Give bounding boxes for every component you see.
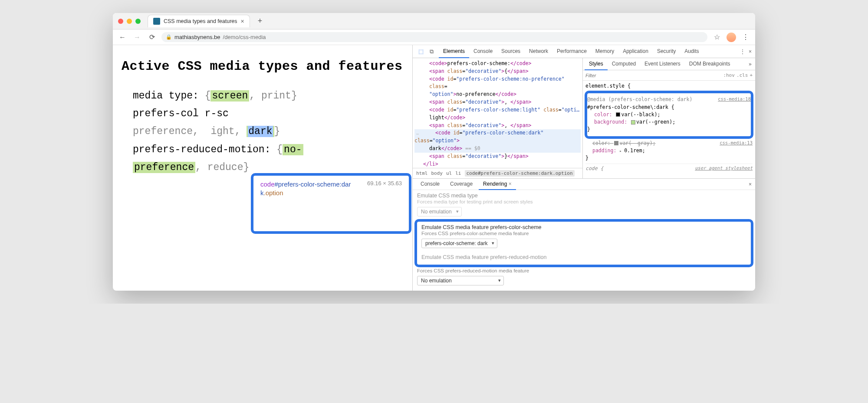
property: color:: [592, 140, 613, 146]
tab-audits[interactable]: Audits: [680, 45, 703, 58]
forward-button[interactable]: →: [132, 33, 142, 41]
item-label: media type:: [133, 90, 205, 102]
tab-close-icon[interactable]: ×: [241, 18, 244, 25]
cls-toggle[interactable]: .cls: [736, 72, 748, 78]
profile-avatar[interactable]: [727, 33, 736, 42]
close-window-button[interactable]: [118, 19, 123, 24]
styles-filter-input[interactable]: [585, 73, 721, 78]
minimize-window-button[interactable]: [127, 19, 132, 24]
css-rule[interactable]: user agent stylesheet code {: [585, 164, 753, 172]
inactive-value: reduce: [207, 162, 243, 173]
breadcrumb-item[interactable]: html: [416, 170, 428, 176]
active-value: no-: [283, 144, 303, 155]
color-swatch-icon[interactable]: [614, 141, 618, 145]
property: background:: [594, 119, 630, 125]
tab-security[interactable]: Security: [653, 45, 680, 58]
tab-console[interactable]: Console: [469, 45, 497, 58]
value: 0.1rem;: [624, 147, 645, 154]
selected-text: dark: [248, 126, 273, 137]
highlighted-emulation-section: Emulate CSS media feature prefers-color-…: [414, 219, 753, 267]
source-link[interactable]: css-media:18: [718, 96, 751, 103]
tab-event-listeners[interactable]: Event Listeners: [640, 58, 685, 70]
styles-panel: Styles Computed Event Listeners DOM Brea…: [583, 58, 755, 178]
color-swatch-icon[interactable]: [616, 112, 620, 117]
drawer-close-icon[interactable]: ×: [749, 181, 752, 187]
dom-tree[interactable]: <code>prefers-color-scheme:</code> <span…: [413, 58, 582, 168]
styles-more-icon[interactable]: »: [749, 61, 753, 67]
url-input[interactable]: 🔒 mathiasbynens.be/demo/css-media: [161, 32, 707, 42]
url-path: /demo/css-media: [223, 34, 266, 40]
breadcrumb-item[interactable]: li: [455, 170, 461, 176]
devtools-menu-icon[interactable]: ⋮: [740, 49, 745, 55]
browser-tab[interactable]: CSS media types and features ×: [148, 15, 250, 27]
tab-network[interactable]: Network: [525, 45, 552, 58]
brace: }: [291, 90, 297, 102]
element-style-rule[interactable]: element.style {: [585, 82, 753, 90]
drawer-tab-console[interactable]: Console: [416, 179, 444, 190]
brace: }: [243, 162, 249, 173]
drawer-tab-rendering[interactable]: Rendering ×: [479, 179, 516, 190]
section-title: Emulate CSS media feature prefers-color-…: [421, 224, 746, 230]
tab-performance[interactable]: Performance: [552, 45, 591, 58]
tab-styles[interactable]: Styles: [585, 58, 608, 70]
main-area: Active CSS media types and features medi…: [113, 45, 755, 291]
breadcrumb-item[interactable]: ul: [446, 170, 452, 176]
emulate-media-type-section: Emulate CSS media type Forces media type…: [417, 193, 751, 216]
browser-menu-button[interactable]: ⋮: [740, 33, 751, 41]
drawer-tab-coverage[interactable]: Coverage: [446, 179, 477, 190]
color-scheme-select[interactable]: prefers-color-scheme: dark: [421, 239, 497, 248]
maximize-window-button[interactable]: [135, 19, 141, 24]
devtools-close-icon[interactable]: ×: [749, 49, 752, 55]
list-item: prefers-color-sc preference, light, dark…: [133, 105, 404, 141]
breadcrumb-item-selected[interactable]: code#prefers-color-scheme:dark.option: [465, 170, 575, 177]
separator: ,: [249, 90, 261, 102]
lock-icon: 🔒: [166, 34, 172, 40]
back-button[interactable]: ←: [117, 33, 128, 41]
feature-list: media type: {screen, print} prefers-colo…: [122, 87, 404, 177]
section-title: Emulate CSS media feature prefers-reduce…: [421, 254, 746, 260]
inactive-value: ight,: [210, 126, 247, 137]
reload-button[interactable]: ⟳: [147, 33, 157, 41]
color-swatch-icon[interactable]: [631, 120, 635, 125]
inactive-value: preference,: [133, 126, 205, 137]
device-toolbar-icon[interactable]: ⧉: [427, 48, 436, 55]
tab-dom-breakpoints[interactable]: DOM Breakpoints: [685, 58, 735, 70]
tab-sources[interactable]: Sources: [497, 45, 525, 58]
tab-elements[interactable]: Elements: [439, 45, 469, 58]
media-type-select[interactable]: No emulation: [417, 207, 462, 216]
source-link: user agent stylesheet: [695, 165, 753, 172]
section-subtitle: Forces CSS prefers-color-scheme media fe…: [421, 231, 746, 236]
new-rule-button[interactable]: +: [750, 72, 753, 78]
active-value: screen: [210, 90, 249, 102]
devtools-body: <code>prefers-color-scheme:</code> <span…: [413, 58, 755, 178]
selected-dom-node[interactable]: …<code id="prefers-color-scheme:dark" cl…: [414, 129, 581, 152]
address-bar: ← → ⟳ 🔒 mathiasbynens.be/demo/css-media …: [113, 29, 755, 45]
breadcrumb-item[interactable]: body: [431, 170, 443, 176]
item-label: prefers-col: [133, 108, 199, 119]
css-rule[interactable]: css-media:13 color: var(--gray); padding…: [585, 140, 753, 162]
expand-icon[interactable]: ▸: [619, 149, 624, 153]
value: var(--green);: [636, 119, 675, 125]
dom-breadcrumb[interactable]: html body ul li code#prefers-color-schem…: [413, 168, 582, 178]
devtools-drawer: Console Coverage Rendering × × Emulate C…: [413, 178, 755, 291]
item-label: r-sc: [205, 108, 229, 119]
page-content: Active CSS media types and features medi…: [113, 45, 412, 291]
css-rule[interactable]: css-media:18 @media (prefers-color-schem…: [587, 96, 751, 133]
tab-memory[interactable]: Memory: [591, 45, 618, 58]
reduced-motion-select[interactable]: No emulation: [417, 276, 504, 285]
active-value: dark: [247, 126, 274, 137]
page-heading: Active CSS media types and features: [122, 56, 404, 77]
drawer-tab-close-icon[interactable]: ×: [509, 181, 512, 187]
inspect-element-icon[interactable]: ⬚: [416, 48, 426, 55]
tooltip-selector: code#prefers-color-scheme:dark.option: [260, 180, 365, 197]
new-tab-button[interactable]: +: [258, 16, 263, 26]
tab-application[interactable]: Application: [618, 45, 653, 58]
hov-toggle[interactable]: :hov: [723, 72, 735, 78]
brace: {: [205, 90, 211, 102]
devtools-actions: ⋮ ×: [740, 49, 752, 55]
source-link[interactable]: css-media:13: [720, 140, 753, 147]
inspect-tooltip: 69.16 × 35.63 code#prefers-color-scheme:…: [251, 173, 411, 234]
bookmark-button[interactable]: ☆: [712, 33, 722, 41]
window-controls: [118, 19, 141, 24]
tab-computed[interactable]: Computed: [608, 58, 640, 70]
